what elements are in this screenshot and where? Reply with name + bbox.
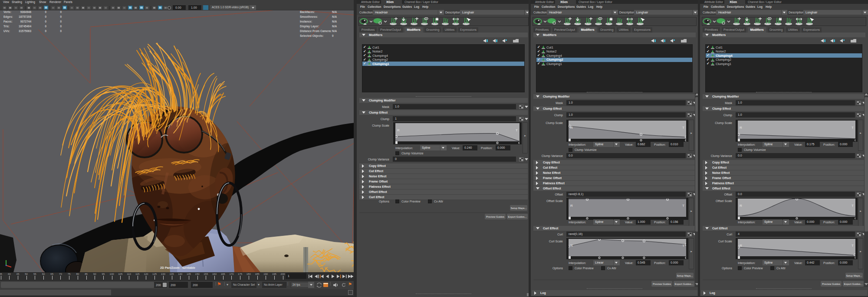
svg-text:T: T — [682, 126, 684, 130]
svg-text:R: R — [570, 244, 573, 248]
svg-text:R: R — [740, 204, 742, 208]
svg-text:R: R — [397, 128, 400, 132]
svg-text:R: R — [570, 204, 573, 208]
svg-text:T: T — [852, 204, 854, 208]
svg-text:R: R — [570, 126, 573, 130]
svg-text:R: R — [740, 244, 742, 248]
svg-text:T: T — [852, 126, 854, 130]
svg-text:R: R — [740, 126, 742, 130]
svg-text:T: T — [516, 128, 518, 132]
svg-text:T: T — [682, 204, 684, 208]
svg-text:T: T — [682, 244, 684, 248]
svg-text:T: T — [852, 244, 854, 248]
